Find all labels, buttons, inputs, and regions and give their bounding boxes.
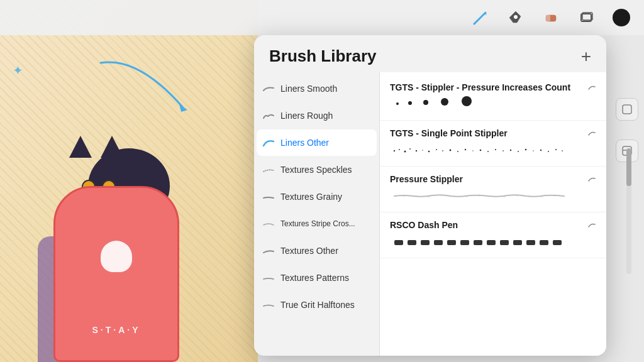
svg-point-36 bbox=[540, 150, 541, 151]
brush-preview-icon-2 bbox=[587, 129, 596, 138]
brush-stroke-icon-5 bbox=[262, 190, 275, 204]
pen-tool-icon[interactable] bbox=[506, 8, 526, 28]
svg-point-46 bbox=[479, 195, 480, 196]
eraser-tool-icon[interactable] bbox=[541, 8, 561, 28]
svg-point-25 bbox=[457, 151, 458, 152]
svg-point-31 bbox=[502, 150, 504, 151]
svg-point-45 bbox=[466, 196, 467, 197]
svg-point-18 bbox=[409, 148, 411, 150]
brush-item-rsco-dash[interactable]: RSCO Dash Pen bbox=[380, 212, 606, 258]
svg-point-17 bbox=[404, 151, 406, 153]
svg-rect-57 bbox=[447, 240, 456, 245]
category-item-textures-other[interactable]: Textures Other bbox=[257, 238, 377, 264]
svg-point-38 bbox=[555, 149, 557, 150]
svg-point-8 bbox=[613, 9, 630, 26]
tombstone-text: S·T·A·Y bbox=[92, 325, 140, 335]
toolbar bbox=[0, 0, 644, 35]
svg-rect-65 bbox=[553, 240, 562, 245]
category-item-textures-patterns[interactable]: Textures Patterns bbox=[257, 265, 377, 291]
category-list: Liners Smooth Liners Rough Liners Other bbox=[254, 72, 380, 356]
brush-preview-dots-1 bbox=[390, 95, 596, 112]
brush-stroke-icon-6 bbox=[262, 217, 275, 231]
svg-rect-60 bbox=[487, 240, 496, 245]
canvas-area: S·T·A·Y ✦ bbox=[0, 0, 258, 362]
svg-point-26 bbox=[465, 149, 466, 150]
brush-stroke-icon-8 bbox=[262, 271, 275, 285]
category-item-textures-stripe[interactable]: Textures Stripe Cros... bbox=[257, 211, 377, 237]
svg-point-29 bbox=[487, 151, 489, 152]
svg-point-50 bbox=[529, 195, 530, 196]
category-item-liners-smooth[interactable]: Liners Smooth bbox=[257, 75, 377, 102]
svg-point-30 bbox=[495, 149, 496, 150]
brush-preview-textured bbox=[390, 187, 596, 204]
pencil-tool-icon[interactable] bbox=[470, 8, 491, 28]
brush-preview-icon-4 bbox=[587, 221, 596, 229]
svg-point-12 bbox=[423, 100, 428, 105]
svg-point-15 bbox=[394, 150, 395, 151]
svg-point-19 bbox=[416, 150, 417, 151]
svg-point-43 bbox=[441, 195, 441, 195]
svg-rect-64 bbox=[540, 240, 548, 245]
brush-list: TGTS - Stippler - Pressure Increases Cou… bbox=[380, 72, 606, 356]
svg-point-13 bbox=[441, 98, 448, 106]
svg-point-3 bbox=[514, 15, 518, 19]
category-item-textures-speckles[interactable]: Textures Speckles bbox=[257, 156, 377, 183]
brush-stroke-icon-7 bbox=[262, 244, 275, 258]
svg-point-41 bbox=[416, 195, 416, 195]
brush-stroke-icon-1 bbox=[262, 82, 275, 96]
svg-rect-62 bbox=[513, 240, 522, 245]
color-picker-icon[interactable] bbox=[611, 8, 631, 28]
brush-preview-dots-2 bbox=[390, 141, 596, 158]
svg-point-48 bbox=[504, 196, 504, 197]
brush-stroke-icon-3 bbox=[262, 136, 275, 150]
scroll-thumb[interactable] bbox=[626, 148, 631, 186]
svg-point-11 bbox=[408, 101, 412, 105]
brush-item-pressure-stippler[interactable]: Pressure Stippler bbox=[380, 167, 606, 212]
svg-rect-5 bbox=[546, 15, 550, 21]
svg-point-34 bbox=[525, 149, 527, 151]
svg-point-32 bbox=[510, 150, 511, 151]
svg-point-27 bbox=[472, 150, 474, 151]
svg-rect-55 bbox=[421, 240, 430, 245]
svg-rect-66 bbox=[623, 105, 631, 114]
svg-point-39 bbox=[562, 150, 563, 151]
arrow-annotation bbox=[88, 50, 214, 126]
svg-marker-9 bbox=[179, 104, 187, 112]
svg-rect-63 bbox=[526, 240, 535, 245]
brush-item-tgts-single[interactable]: TGTS - Single Point Stippler bbox=[380, 121, 606, 167]
category-item-true-grit[interactable]: True Grit Halftones bbox=[257, 292, 377, 318]
svg-point-35 bbox=[533, 150, 534, 151]
scroll-rail bbox=[626, 148, 631, 274]
svg-point-51 bbox=[541, 196, 542, 197]
brush-item-tgts-stippler[interactable]: TGTS - Stippler - Pressure Increases Cou… bbox=[380, 75, 606, 121]
brush-stroke-icon-9 bbox=[262, 298, 275, 312]
svg-point-28 bbox=[480, 150, 482, 151]
svg-rect-58 bbox=[460, 240, 469, 245]
svg-rect-56 bbox=[434, 240, 443, 245]
right-panel bbox=[609, 35, 644, 175]
svg-rect-54 bbox=[408, 240, 416, 245]
square-icon bbox=[621, 103, 633, 116]
panel-title: Brush Library bbox=[269, 47, 377, 66]
category-item-liners-rough[interactable]: Liners Rough bbox=[257, 102, 377, 129]
brush-preview-dashes bbox=[390, 233, 596, 250]
svg-point-44 bbox=[453, 195, 454, 196]
brush-stroke-icon-2 bbox=[262, 109, 275, 123]
svg-point-33 bbox=[518, 151, 519, 152]
svg-point-37 bbox=[548, 151, 549, 152]
svg-point-16 bbox=[399, 149, 400, 150]
category-item-textures-grainy[interactable]: Textures Grainy bbox=[257, 184, 377, 210]
svg-point-21 bbox=[428, 151, 430, 153]
panel-toggle-button-1[interactable] bbox=[616, 98, 638, 121]
svg-rect-59 bbox=[474, 240, 482, 245]
brush-preview-icon-3 bbox=[587, 175, 596, 184]
brush-preview-icon-1 bbox=[587, 83, 596, 92]
svg-point-23 bbox=[442, 150, 443, 151]
svg-point-20 bbox=[422, 150, 423, 151]
svg-line-0 bbox=[474, 13, 486, 24]
add-brush-button[interactable]: + bbox=[581, 48, 591, 65]
svg-point-22 bbox=[436, 149, 437, 150]
svg-point-52 bbox=[554, 195, 555, 196]
category-item-liners-other[interactable]: Liners Other bbox=[257, 129, 377, 156]
layers-icon[interactable] bbox=[576, 8, 596, 28]
